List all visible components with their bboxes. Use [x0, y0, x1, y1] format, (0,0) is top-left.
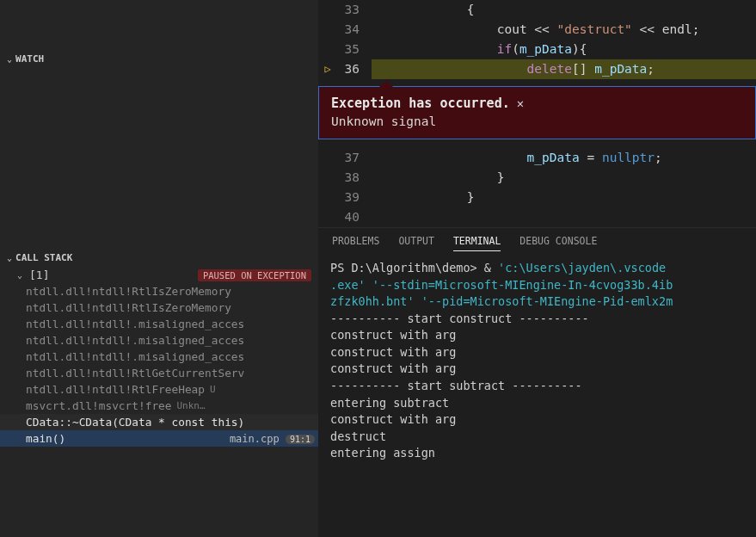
debug-sidebar: ⌄ WATCH ⌄ CALL STACK ⌄ [1] PAUSED ON EXC…	[0, 0, 318, 537]
code-line[interactable]: 33 {	[318, 0, 756, 20]
thread-row[interactable]: ⌄ [1] PAUSED ON EXCEPTION	[0, 267, 318, 283]
code-line[interactable]: 39 }	[318, 188, 756, 207]
tab-debug-console[interactable]: DEBUG CONSOLE	[519, 235, 597, 251]
stack-frame[interactable]: ntdll.dll!ntdll!RtlIsZeroMemory	[0, 283, 318, 299]
stack-frame[interactable]: ntdll.dll!ntdll!.misaligned_acces	[0, 332, 318, 349]
paused-on-exception-badge: PAUSED ON EXCEPTION	[198, 269, 311, 281]
terminal-view[interactable]: PS D:\Algorithm\demo> & 'c:\Users\jayden…	[318, 256, 756, 537]
code-editor[interactable]: 33 {34 cout << "destruct" << endl;35 if(…	[318, 0, 756, 227]
stack-frame[interactable]: ntdll.dll!ntdll!RtlFreeHeapU	[0, 381, 318, 398]
stack-frame[interactable]: ntdll.dll!ntdll!RtlIsZeroMemory	[0, 299, 318, 316]
watch-section-label: WATCH	[15, 53, 44, 65]
callstack-body: ⌄ [1] PAUSED ON EXCEPTION ntdll.dll!ntdl…	[0, 267, 318, 537]
chevron-down-icon: ⌄	[17, 270, 22, 280]
chevron-down-icon: ⌄	[7, 253, 12, 262]
code-line[interactable]: ▷36 delete[] m_pData;	[318, 59, 756, 79]
callstack-section-header[interactable]: ⌄ CALL STACK	[0, 249, 318, 267]
watch-body	[0, 68, 318, 249]
exception-title: Exception has occurred.	[331, 96, 510, 111]
exception-popup: Exception has occurred. ✕ Unknown signal	[318, 86, 756, 139]
stack-frame[interactable]: ntdll.dll!ntdll!.misaligned_acces	[0, 349, 318, 365]
stack-frame[interactable]: ntdll.dll!ntdll!RtlGetCurrentServ	[0, 365, 318, 381]
bottom-panel: PROBLEMS OUTPUT TERMINAL DEBUG CONSOLE P…	[318, 227, 756, 537]
exception-message: Unknown signal	[331, 114, 743, 128]
close-icon[interactable]: ✕	[517, 96, 524, 110]
stack-frame[interactable]: main()main.cpp 91:1	[0, 430, 318, 447]
stack-frame[interactable]: ntdll.dll!ntdll!.misaligned_acces	[0, 316, 318, 332]
tab-terminal[interactable]: TERMINAL	[453, 235, 501, 251]
chevron-down-icon: ⌄	[7, 54, 12, 64]
editor-area: 33 {34 cout << "destruct" << endl;35 if(…	[318, 0, 756, 537]
tab-problems[interactable]: PROBLEMS	[332, 235, 379, 251]
thread-name: [1]	[29, 268, 49, 281]
stack-frame[interactable]: CData::~CData(CData * const this)	[0, 414, 318, 430]
callstack-section-label: CALL STACK	[15, 252, 72, 263]
watch-section-header[interactable]: ⌄ WATCH	[0, 50, 318, 68]
code-line[interactable]: 40	[318, 207, 756, 227]
code-line[interactable]: 34 cout << "destruct" << endl;	[318, 20, 756, 40]
current-line-icon: ▷	[324, 59, 330, 79]
code-line[interactable]: 38 }	[318, 168, 756, 188]
stack-frame[interactable]: msvcrt.dll!msvcrt!freeUnkn…	[0, 398, 318, 414]
code-line[interactable]: 37 m_pData = nullptr;	[318, 148, 756, 168]
tab-output[interactable]: OUTPUT	[398, 235, 434, 251]
panel-tabs: PROBLEMS OUTPUT TERMINAL DEBUG CONSOLE	[318, 228, 756, 256]
code-line[interactable]: 35 if(m_pData){	[318, 40, 756, 59]
